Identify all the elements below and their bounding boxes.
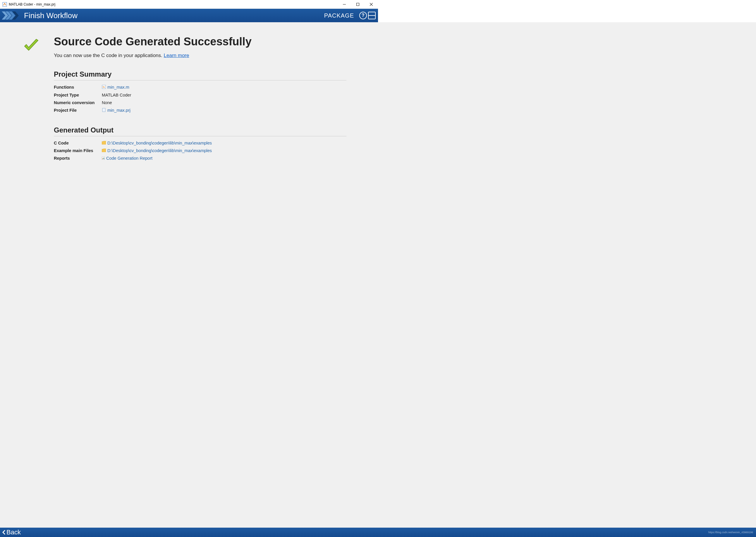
svg-rect-2 xyxy=(357,3,359,6)
help-icon: ? xyxy=(361,13,364,18)
window-title: MATLAB Coder - min_max.prj xyxy=(9,2,55,6)
svg-text:fx: fx xyxy=(103,86,105,88)
numeric-conversion-value: None xyxy=(102,100,112,105)
maximize-button[interactable] xyxy=(351,0,364,9)
project-summary-heading: Project Summary xyxy=(54,70,346,80)
summary-row-functions: Functions fx min_max.m xyxy=(54,83,346,91)
app-icon xyxy=(2,2,7,7)
ccode-path-link[interactable]: D:\Desktop\cv_bonding\codegen\lib\min_ma… xyxy=(107,141,212,145)
matlab-file-icon: fx xyxy=(102,85,106,90)
help-button[interactable]: ? xyxy=(359,12,367,19)
reports-label: Reports xyxy=(54,156,102,161)
learn-more-link[interactable]: Learn more xyxy=(164,53,189,58)
workflow-title: Finish Workflow xyxy=(24,11,77,20)
svg-rect-13 xyxy=(103,158,103,159)
functions-label: Functions xyxy=(54,85,102,90)
generated-output-heading: Generated Output xyxy=(54,126,346,136)
package-button[interactable]: PACKAGE xyxy=(324,12,354,19)
summary-row-numeric-conversion: Numeric conversion None xyxy=(54,99,346,106)
folder-icon xyxy=(102,141,106,145)
workflow-ribbon: Finish Workflow PACKAGE ? xyxy=(0,9,378,22)
project-type-label: Project Type xyxy=(54,93,102,98)
svg-rect-14 xyxy=(103,158,104,159)
page-subtext: You can now use the C code in your appli… xyxy=(54,53,346,59)
minimize-button[interactable] xyxy=(338,0,351,9)
ccode-label: C Code xyxy=(54,141,102,145)
project-type-value: MATLAB Coder xyxy=(102,93,131,98)
page-heading: Source Code Generated Successfully xyxy=(54,36,346,48)
title-bar: MATLAB Coder - min_max.prj xyxy=(0,0,378,9)
numeric-conversion-label: Numeric conversion xyxy=(54,100,102,105)
content-area: Source Code Generated Successfully You c… xyxy=(0,22,378,268)
menu-button[interactable] xyxy=(368,12,376,19)
workflow-progress-chevrons-icon xyxy=(2,11,19,20)
project-file-link[interactable]: min_max.prj xyxy=(107,108,131,113)
functions-link[interactable]: min_max.m xyxy=(107,85,129,90)
summary-row-project-file: Project File min_max.prj xyxy=(54,106,346,114)
project-summary-table: Functions fx min_max.m Project Type MATL… xyxy=(54,83,346,114)
project-file-icon xyxy=(102,108,106,113)
folder-icon xyxy=(102,148,106,153)
output-row-ccode: C Code D:\Desktop\cv_bonding\codegen\lib… xyxy=(54,139,346,147)
project-file-label: Project File xyxy=(54,108,102,113)
success-check-icon xyxy=(23,37,39,54)
generated-output-table: C Code D:\Desktop\cv_bonding\codegen\lib… xyxy=(54,139,346,162)
report-icon xyxy=(102,156,105,161)
close-button[interactable] xyxy=(364,0,378,9)
output-row-example-main: Example main Files D:\Desktop\cv_bonding… xyxy=(54,147,346,154)
report-link[interactable]: Code Generation Report xyxy=(106,156,152,161)
subtext-prefix: You can now use the C code in your appli… xyxy=(54,53,164,58)
example-main-path-link[interactable]: D:\Desktop\cv_bonding\codegen\lib\min_ma… xyxy=(107,148,212,153)
svg-rect-15 xyxy=(104,158,105,159)
svg-rect-11 xyxy=(103,108,105,112)
summary-row-project-type: Project Type MATLAB Coder xyxy=(54,91,346,99)
example-main-label: Example main Files xyxy=(54,148,102,153)
output-row-reports: Reports Code Generation Report xyxy=(54,154,346,162)
